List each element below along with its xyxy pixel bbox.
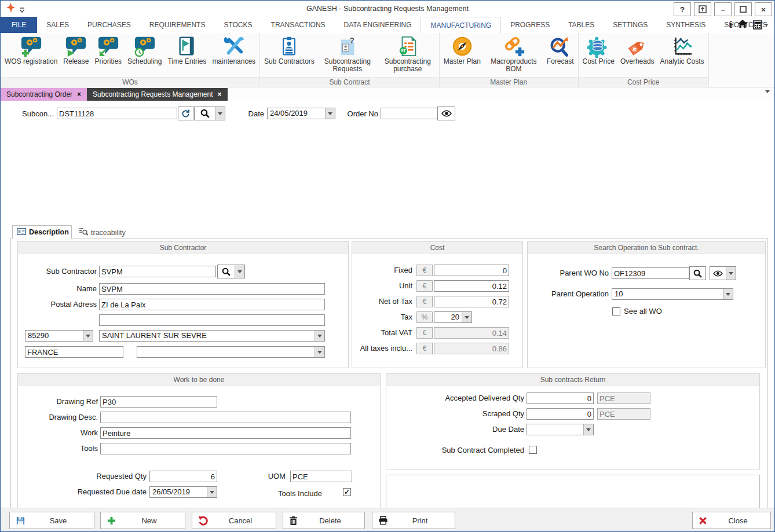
group-title-sub-contracts-return: Sub contracts Return (386, 374, 759, 386)
search-subcon-button[interactable] (194, 107, 225, 120)
requested-due-date-combobox[interactable]: 26/05/2019 (149, 486, 217, 498)
search-sub-contractor-button[interactable] (217, 265, 245, 278)
doc-tab-subcontracting-requests-management[interactable]: Subcontracting Requests Management × (87, 88, 227, 101)
fixed-input[interactable] (434, 265, 509, 276)
search-options-dropdown[interactable] (215, 107, 225, 120)
close-tab-icon[interactable]: × (218, 90, 222, 98)
menu-tab-purchases[interactable]: PURCHASES (78, 17, 140, 33)
ribbon-item-release[interactable]: Release (60, 34, 92, 66)
menu-tab-requirements[interactable]: REQUIREMENTS (140, 17, 215, 33)
tools-include-checkbox[interactable]: ✓ (343, 488, 351, 496)
macroproducts-bom-icon (503, 35, 525, 58)
country-input[interactable] (25, 346, 123, 358)
ribbon-item-overheads[interactable]: Overheads (617, 34, 657, 66)
search-wo-button[interactable] (689, 266, 706, 280)
region-combobox[interactable] (137, 346, 325, 358)
menu-tab-sales[interactable]: SALES (37, 17, 78, 33)
city-combobox[interactable]: SAINT LAURENT SUR SEVRE (99, 330, 325, 342)
menu-tab-file[interactable]: FILE (1, 17, 37, 33)
postal-address-input[interactable] (99, 299, 325, 310)
menu-tab-synthesis[interactable]: SYNTHESIS (657, 17, 715, 33)
chevron-down-icon[interactable] (83, 331, 93, 341)
ribbon-item-forecast[interactable]: Forecast (544, 34, 577, 66)
info-icon[interactable]: i (730, 20, 732, 30)
chevron-down-icon[interactable] (207, 487, 217, 497)
view-order-button[interactable] (437, 107, 455, 120)
zip-combobox[interactable]: 85290 (25, 330, 93, 342)
ribbon-item-maintenances[interactable]: maintenances (209, 34, 258, 66)
popup-window-button[interactable] (694, 2, 711, 16)
uom-input[interactable] (290, 471, 352, 482)
menu-tab-settings[interactable]: SETTINGS (604, 17, 657, 33)
menu-tab-manufacturing[interactable]: MANUFACTURING (421, 17, 501, 33)
sub-contract-completed-label: Sub Contract Completed (420, 445, 524, 456)
tab-description[interactable]: Description (12, 225, 72, 239)
due-date-combobox[interactable] (527, 424, 594, 435)
ribbon-item-subcontracting-requests[interactable]: ? Subcontracting Requests (317, 34, 378, 74)
chevron-down-icon[interactable] (325, 108, 335, 119)
tab-traceability[interactable]: traceability (75, 226, 130, 239)
name-input[interactable] (99, 283, 325, 295)
date-combobox[interactable]: 24/05/2019 (267, 108, 335, 119)
ribbon-item-master-plan[interactable]: Master Plan (441, 34, 484, 66)
doc-tab-subcontracting-order[interactable]: Subcontracting Order × (1, 88, 87, 101)
view-wo-button[interactable] (710, 266, 736, 280)
drawing-ref-input[interactable] (100, 396, 217, 408)
work-label: Work (23, 427, 98, 439)
chevron-down-icon[interactable] (315, 347, 324, 357)
menu-tab-data-engineering[interactable]: DATA ENGINEERING (335, 17, 421, 33)
print-button[interactable]: Print (372, 512, 455, 529)
home-icon[interactable] (737, 19, 748, 30)
ribbon-item-wos-registration[interactable]: WOS registration (2, 34, 60, 66)
order-no-input[interactable] (381, 108, 438, 119)
ribbon-item-sub-contractors[interactable]: Sub Contractors (261, 34, 317, 66)
restore-button[interactable] (734, 2, 752, 16)
chevron-down-icon[interactable] (315, 331, 324, 341)
work-input[interactable] (100, 427, 351, 439)
parent-wo-input[interactable] (612, 267, 689, 279)
menu-tab-tables[interactable]: TABLES (559, 17, 604, 33)
menu-tab-progress[interactable]: PROGRESS (501, 17, 559, 33)
close-window-button[interactable]: × (755, 2, 772, 16)
new-button[interactable]: New (100, 512, 185, 529)
close-button[interactable]: Close (692, 512, 771, 529)
delete-button[interactable]: Delete (283, 512, 365, 529)
menu-tab-transactions[interactable]: TRANSACTIONS (262, 17, 335, 33)
tax-combobox[interactable]: 20 (434, 311, 472, 323)
ribbon-item-subcontracting-purchase[interactable]: ST Subcontracting purchase (378, 34, 438, 74)
calculator-icon[interactable] (753, 20, 769, 30)
help-button[interactable]: ? (674, 2, 691, 16)
ribbon-tab-bar: FILE SALES PURCHASES REQUIREMENTS STOCKS… (1, 17, 774, 33)
address2-input[interactable] (99, 314, 325, 326)
chevron-down-icon[interactable] (583, 424, 593, 435)
parent-operation-combobox[interactable]: 10 (612, 288, 733, 300)
drawing-desc-input[interactable] (100, 412, 351, 423)
scraped-qty-input[interactable] (527, 408, 594, 420)
save-button[interactable]: Save (9, 512, 94, 529)
ribbon-item-priorities[interactable]: Priorities (92, 34, 125, 66)
ribbon-item-cost-price[interactable]: Cost Price (580, 34, 617, 66)
chevron-down-icon[interactable] (462, 312, 471, 322)
unit-price-input[interactable] (434, 280, 509, 292)
subcon-input[interactable] (57, 108, 177, 119)
menu-tab-stocks[interactable]: STOCKS (214, 17, 261, 33)
accepted-delivered-qty-input[interactable] (527, 392, 594, 404)
ribbon-item-macroproducts-bom[interactable]: Macroproducts BOM (484, 34, 544, 74)
ribbon-item-analytic-costs[interactable]: Analytic Costs (657, 34, 707, 66)
cancel-button[interactable]: Cancel (192, 512, 276, 529)
sub-contract-completed-checkbox[interactable] (529, 446, 537, 454)
net-of-tax-input[interactable] (434, 296, 509, 307)
see-all-wo-checkbox[interactable] (612, 307, 620, 315)
minimize-button[interactable]: – (714, 2, 732, 16)
tools-input[interactable] (100, 443, 351, 454)
search-options-dropdown[interactable] (235, 265, 244, 278)
requested-qty-input[interactable] (149, 471, 217, 482)
analytic-costs-icon (671, 35, 693, 58)
ribbon-item-time-entries[interactable]: Time Entries (164, 34, 209, 66)
ribbon-item-scheduling[interactable]: Scheduling (125, 34, 164, 66)
chevron-down-icon[interactable] (723, 289, 733, 299)
sub-contractor-code-input[interactable] (99, 266, 216, 277)
close-tab-icon[interactable]: × (77, 90, 81, 98)
chevron-down-icon[interactable] (726, 267, 736, 280)
refresh-button[interactable] (178, 107, 193, 120)
